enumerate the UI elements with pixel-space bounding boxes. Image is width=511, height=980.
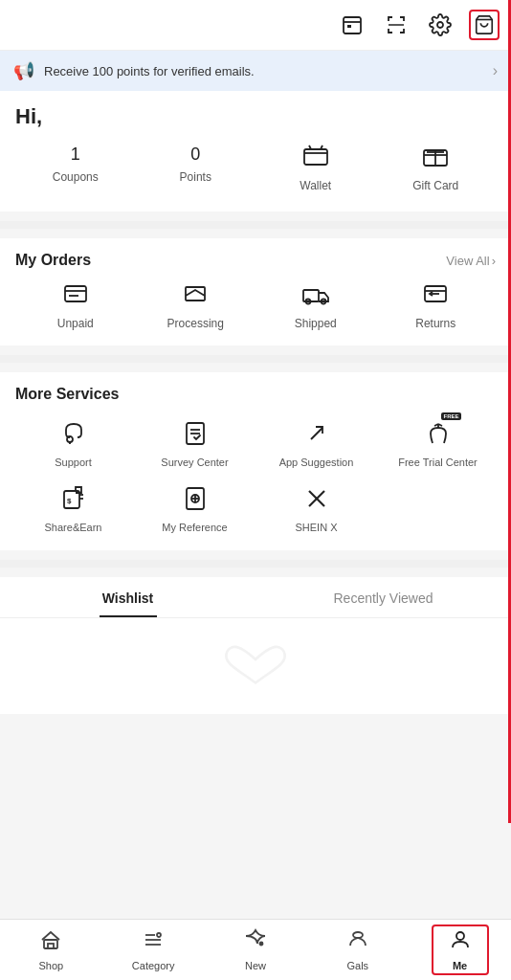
shein-x-icon	[300, 481, 334, 516]
svg-rect-8	[304, 149, 327, 165]
nav-me[interactable]: Me	[432, 924, 489, 975]
share-earn-icon: $	[56, 481, 91, 516]
unpaid-label: Unpaid	[57, 317, 94, 330]
orders-row: Unpaid Processing	[15, 282, 496, 330]
orders-title: My Orders	[15, 252, 91, 269]
me-icon	[449, 928, 472, 957]
bag-icon[interactable]	[469, 10, 500, 40]
giftcard-stat[interactable]: Gift Card	[402, 145, 469, 192]
banner-arrow-icon: ›	[493, 62, 498, 79]
giftcard-icon	[422, 145, 449, 173]
shipped-order[interactable]: Shipped	[282, 282, 349, 330]
services-section: More Services Support	[0, 372, 511, 550]
top-bar	[0, 0, 511, 51]
shipped-icon	[301, 282, 330, 311]
svg-rect-47	[48, 944, 54, 948]
share-earn-service[interactable]: $ Share&Earn	[15, 481, 131, 533]
nav-category[interactable]: Category	[124, 924, 182, 975]
free-trial-service[interactable]: FREE Free Trial Center	[380, 416, 496, 468]
points-value: 0	[190, 145, 200, 165]
divider-1	[0, 221, 511, 229]
orders-header: My Orders View All ›	[15, 252, 496, 269]
greeting-text: Hi,	[15, 104, 496, 129]
app-suggestion-service[interactable]: App Suggestion	[258, 416, 374, 468]
processing-label: Processing	[167, 317, 224, 330]
reference-label: My Reference	[162, 522, 227, 533]
banner-text: Receive 100 points for verified emails.	[44, 64, 483, 78]
chevron-right-icon: ›	[492, 254, 496, 268]
support-icon	[56, 416, 91, 451]
app-suggestion-label: App Suggestion	[279, 457, 354, 468]
services-grid: Support Survey Center	[15, 416, 496, 533]
shein-x-service[interactable]: SHEIN X	[258, 481, 374, 533]
tab-recently-viewed[interactable]: Recently Viewed	[256, 577, 511, 617]
calendar-icon[interactable]	[337, 10, 367, 40]
nav-new[interactable]: New	[227, 924, 284, 975]
app-suggestion-icon	[300, 416, 334, 451]
free-trial-label: Free Trial Center	[398, 457, 478, 468]
promo-banner[interactable]: 📢 Receive 100 points for verified emails…	[0, 51, 511, 91]
processing-order[interactable]: Processing	[162, 282, 229, 330]
wallet-label: Wallet	[300, 179, 331, 192]
services-header: More Services	[15, 386, 496, 403]
category-icon	[142, 928, 165, 957]
points-stat[interactable]: 0 Points	[162, 145, 229, 192]
scan-icon[interactable]	[381, 10, 411, 40]
points-label: Points	[180, 170, 211, 184]
tab-wishlist[interactable]: Wishlist	[0, 577, 256, 617]
svg-rect-4	[347, 25, 351, 28]
svg-line-32	[311, 428, 322, 439]
svg-point-6	[437, 22, 443, 28]
divider-3	[0, 560, 511, 568]
survey-service[interactable]: Survey Center	[137, 416, 253, 468]
svg-point-52	[259, 943, 262, 946]
new-icon	[244, 928, 267, 957]
svg-point-54	[456, 932, 464, 940]
nav-shop[interactable]: Shop	[22, 924, 79, 975]
shipped-label: Shipped	[295, 317, 337, 330]
stats-row: 1 Coupons 0 Points Wallet	[15, 145, 496, 192]
survey-icon	[178, 416, 212, 451]
returns-label: Returns	[415, 317, 455, 330]
wallet-icon	[302, 145, 329, 173]
coupons-value: 1	[71, 145, 80, 165]
nav-me-label: Me	[453, 960, 467, 971]
giftcard-label: Gift Card	[412, 179, 458, 192]
nav-new-label: New	[245, 960, 266, 971]
services-title: More Services	[15, 386, 120, 403]
megaphone-icon: 📢	[13, 60, 34, 81]
returns-icon	[422, 282, 449, 311]
main-section: Hi, 1 Coupons 0 Points	[0, 91, 511, 212]
nav-gals[interactable]: Gals	[329, 924, 387, 975]
nav-category-label: Category	[132, 960, 175, 971]
nav-gals-label: Gals	[346, 960, 368, 971]
home-icon	[39, 928, 62, 957]
svg-text:$: $	[67, 497, 72, 505]
view-all-link[interactable]: View All ›	[446, 254, 496, 268]
svg-point-51	[157, 933, 161, 937]
bottom-nav: Shop Category New Gals	[0, 919, 511, 980]
coupons-stat[interactable]: 1 Coupons	[42, 145, 109, 192]
svg-rect-0	[344, 17, 361, 33]
shein-x-label: SHEIN X	[295, 522, 337, 533]
survey-label: Survey Center	[161, 457, 228, 468]
gals-icon	[346, 928, 369, 957]
reference-service[interactable]: My Reference	[137, 481, 253, 533]
unpaid-icon	[62, 282, 89, 311]
returns-order[interactable]: Returns	[402, 282, 469, 330]
orders-section: My Orders View All › Unpaid	[0, 238, 511, 345]
share-earn-label: Share&Earn	[45, 522, 102, 533]
processing-icon	[182, 282, 209, 311]
svg-point-27	[67, 436, 73, 442]
coupons-label: Coupons	[53, 170, 99, 184]
tab-content-wishlist	[0, 618, 511, 714]
divider-2	[0, 355, 511, 363]
settings-icon[interactable]	[425, 10, 455, 40]
support-label: Support	[55, 457, 92, 468]
support-service[interactable]: Support	[15, 416, 131, 468]
nav-shop-label: Shop	[39, 960, 64, 971]
reference-icon	[178, 481, 212, 516]
unpaid-order[interactable]: Unpaid	[42, 282, 109, 330]
wallet-stat[interactable]: Wallet	[282, 145, 349, 192]
free-badge: FREE	[441, 412, 460, 420]
